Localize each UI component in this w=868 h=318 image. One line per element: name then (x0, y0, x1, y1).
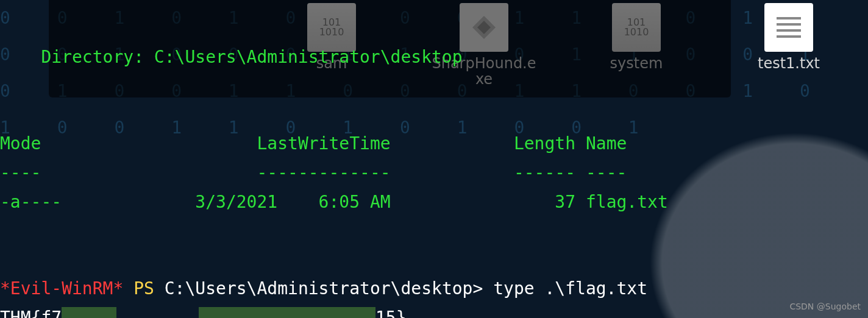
terminal-output[interactable]: Directory: C:\Users\Administrator\deskto… (0, 0, 868, 318)
flag-output: THM{f7 15} (0, 308, 407, 318)
table-row: -a---- 3/3/2021 6:05 AM 37 flag.txt (0, 192, 668, 212)
col-dashes: ---- ------------- ------ ---- (0, 163, 627, 183)
col-header-mode: Mode LastWriteTime Length Name (0, 133, 627, 154)
watermark: CSDN @Sugobet (789, 300, 861, 314)
directory-line: Directory: C:\Users\Administrator\deskto… (0, 47, 463, 67)
prompt-line-1: *Evil-WinRM* PS C:\Users\Administrator\d… (0, 278, 647, 299)
typed-command: type .\flag.txt (493, 278, 647, 299)
redacted-block (199, 307, 375, 318)
redacted-block (62, 307, 116, 318)
